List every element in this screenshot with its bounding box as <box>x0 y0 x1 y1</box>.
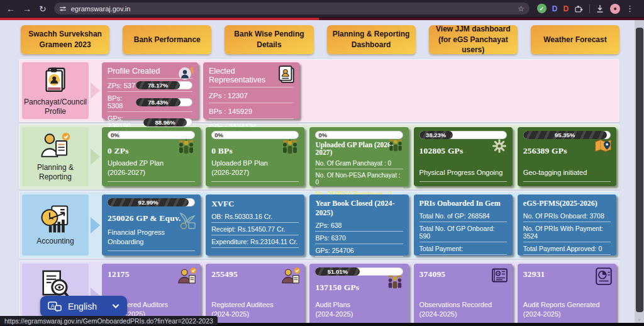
url-text[interactable]: egramswaraj.gov.in <box>71 5 513 13</box>
address-bar[interactable]: egramswaraj.gov.in ☆ <box>54 3 530 14</box>
extension-d-orange-icon[interactable]: D <box>563 4 569 13</box>
card-subtitle: Geo-tagging initiated <box>523 168 611 182</box>
reload-icon[interactable]: ↻ <box>39 4 47 13</box>
card-row: GPs: 254706 <box>315 244 402 257</box>
card-subtitle: Audit Plans (2024-2025) <box>315 300 402 323</box>
card-audit-reports-generated[interactable]: 32931 Audit Reports Generated (2024-2025… <box>518 264 616 326</box>
people-group-icon <box>279 138 301 157</box>
card-egs-pfms[interactable]: eGS-PFMS(2025-2026) No. Of PRIs Onboard:… <box>518 194 616 256</box>
site-info-icon[interactable] <box>59 6 67 12</box>
card-row: No. Of PRIs Onboard: 3708 <box>523 210 611 222</box>
download-icon[interactable] <box>596 4 604 13</box>
quicklink-swachh-survekshan[interactable]: Swachh Survekshan Grameen 2023 <box>21 25 109 54</box>
planning-reporting-icon <box>39 132 72 161</box>
progress-label: 0% <box>318 131 327 139</box>
accounting-icon <box>39 205 72 235</box>
card-xvfc[interactable]: XVFC OB: Rs.50303.16 Cr. Receipt: Rs.154… <box>206 194 304 256</box>
card-row: Total Payment: <box>419 242 507 255</box>
scrollbar-thumb[interactable] <box>636 28 643 312</box>
chevron-down-icon <box>112 304 119 309</box>
section-arrow-icon <box>91 217 100 233</box>
progress-fill: 38.23% <box>419 131 453 139</box>
card-title: Year Book Closed (2024-2025) <box>315 199 402 218</box>
people-group-icon <box>386 137 405 154</box>
card-subtitle: Financial Progress Onboarding <box>108 228 195 251</box>
quicklink-bank-wise-pending[interactable]: Bank Wise Pending Details <box>225 25 313 54</box>
progress-bar: 78.17% <box>136 81 192 89</box>
progress-label: 0% <box>214 131 223 139</box>
progress-bar: 88.96% <box>143 118 192 126</box>
card-subtitle: Observations Recorded (2024-2025) <box>419 300 507 323</box>
card-audit-plans[interactable]: 51.01% 137150 GPs Audit Plans (2024-2025… <box>309 264 408 326</box>
chrome-menu-icon[interactable]: ⋮ <box>626 4 634 13</box>
quicklink-jjm-dashboard[interactable]: View JJM dashboard (for eGS Panchayat us… <box>429 25 518 54</box>
card-year-book-closed[interactable]: Year Book Closed (2024-2025) ZPs: 638 BP… <box>309 194 408 256</box>
section-accounting: Accounting 92.99% 250026 GP & Equv. Fina… <box>19 191 619 259</box>
profile-row-zp: ZPs: 537 78.17% <box>108 79 192 92</box>
elected-row-zp: ZPs : 12307 <box>209 87 294 103</box>
sidebar-item-planning-reporting[interactable]: Planning & Reporting <box>22 127 89 186</box>
pie-report-icon <box>595 267 613 286</box>
section-arrow-icon <box>91 82 100 99</box>
map-pin-icon <box>594 137 613 154</box>
card-elected-representatives[interactable]: Elected Representatives ZPs : 12307 BPs … <box>203 62 299 119</box>
card-row: BPs: 6370 <box>315 232 402 244</box>
dashboard-sections: Panchayat/Council Profile Profile Create… <box>19 59 619 326</box>
card-uploaded-zp-plan[interactable]: 0% 0 ZPs Uploaded ZP Plan (2026-2027) <box>102 127 201 186</box>
card-title: eGS-PFMS(2025-2026) <box>523 199 611 208</box>
auditor-person-icon <box>280 267 301 285</box>
page-load-bar <box>0 18 644 20</box>
translate-icon: A <box>48 301 62 312</box>
progress-fill: 78.43% <box>136 98 180 106</box>
card-uploaded-gp-plan[interactable]: 0% Uploaded GP Plan (2026-2027) No. Of G… <box>309 127 408 186</box>
card-profile-created[interactable]: Profile Created ZPs: 537 78.17% BPs: 530… <box>102 62 198 119</box>
progress-fill: 92.99% <box>108 198 189 206</box>
progress-bar: 92.99% <box>108 198 195 206</box>
card-row: ZPs: 638 <box>315 219 402 232</box>
card-pris-onboarded-gem[interactable]: PRIs Onboarded In Gem Total No. of GP: 2… <box>414 194 513 256</box>
card-uploaded-bp-plan[interactable]: 0% 0 BPs Uploaded BP Plan (2026-2027) <box>206 127 304 186</box>
svg-text:A: A <box>51 302 55 308</box>
people-group-icon <box>385 274 405 291</box>
language-selector-button[interactable]: A English <box>40 296 127 317</box>
sidebar-item-panchayat-profile[interactable]: Panchayat/Council Profile <box>22 62 89 119</box>
card-financial-progress[interactable]: 92.99% 250026 GP & Equv. Financial Progr… <box>102 194 201 256</box>
card-row: Total No. Of GP Onboard: 590 <box>419 222 507 242</box>
section-label-text: Planning & Reporting <box>22 163 89 182</box>
quicklink-weather-forecast[interactable]: Weather Forecast <box>531 25 619 54</box>
card-physical-progress[interactable]: 38.23% 102805 GPs Physical Progress Ongo… <box>414 127 513 186</box>
row-label: ZPs: 537 <box>108 82 135 89</box>
section-label-text: Accounting <box>36 237 74 246</box>
quicklink-bank-performance[interactable]: Bank Performance <box>123 25 211 54</box>
extensions-puzzle-icon[interactable] <box>574 4 584 13</box>
gear-icon <box>490 138 509 154</box>
profile-avatar[interactable]: ☻ <box>610 4 620 14</box>
toolbar-separator <box>589 4 590 13</box>
back-icon[interactable]: ← <box>6 4 15 13</box>
row-label: BPs: 5308 <box>108 94 136 110</box>
card-row: Expenditure: Rs.23104.11 Cr. <box>211 235 299 248</box>
progress-fill: 78.17% <box>136 81 180 89</box>
id-badge-icon <box>278 65 296 84</box>
adblock-shield-icon[interactable]: ✓ <box>537 4 547 13</box>
quicklink-planning-reporting-dashboard[interactable]: Planning & Reporting Dashboard <box>327 25 416 54</box>
card-registered-auditees[interactable]: 255495 Registered Auditees (2024-2025) <box>206 264 304 326</box>
forward-icon[interactable]: → <box>23 4 31 13</box>
card-geo-tagging[interactable]: 95.35% 256389 GPs Geo-tagging initiated <box>518 127 616 186</box>
card-subtitle: Audit Reports Generated (2024-2025) <box>523 300 611 323</box>
card-row: Receipt: Rs.15450.77 Cr. <box>211 223 299 235</box>
sidebar-item-accounting[interactable]: Accounting <box>22 194 89 256</box>
card-observations-recorded[interactable]: 374095 Observations Recorded (2024-2025) <box>414 264 513 326</box>
page-scrollbar[interactable]: ▼ <box>635 20 644 323</box>
scroll-down-arrow-icon[interactable]: ▼ <box>637 318 641 322</box>
section-panchayat-profile: Panchayat/Council Profile Profile Create… <box>19 59 619 122</box>
extensions-area: ✓ D D ☻ ⋮ <box>537 4 634 14</box>
card-title: XVFC <box>211 199 299 209</box>
progress-fill: 51.01% <box>315 267 360 276</box>
bookmark-star-icon[interactable]: ☆ <box>518 4 525 13</box>
card-subtitle: Physical Progress Ongoing <box>419 168 507 182</box>
card-subtitle: Uploaded ZP Plan (2026-2027) <box>108 159 195 182</box>
extension-d-blue-icon[interactable]: D <box>552 4 558 13</box>
section-arrow-icon <box>91 149 100 165</box>
profile-row-bp: BPs: 5308 78.43% <box>108 92 192 112</box>
